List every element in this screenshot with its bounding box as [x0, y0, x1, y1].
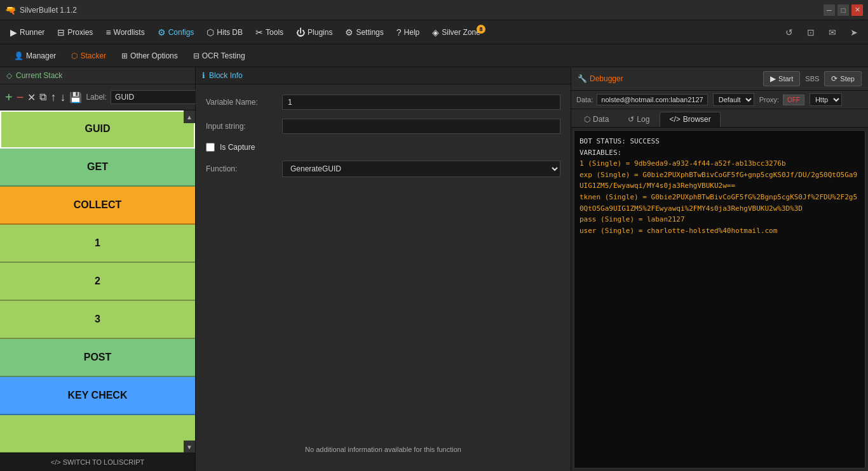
silverzone-icon: ◈: [432, 27, 439, 37]
proxy-toggle[interactable]: OFF: [783, 95, 804, 105]
submenu-otheroptions[interactable]: ⊞ Other Options: [115, 49, 184, 63]
block-item-keycheck[interactable]: KEY CHECK: [0, 377, 195, 415]
minimize-button[interactable]: ─: [824, 4, 835, 16]
menu-item-tools[interactable]: ✂ Tools: [250, 25, 288, 40]
stack-header: ◇ Current Stack: [0, 67, 195, 84]
block-item-collect[interactable]: COLLECT: [0, 187, 195, 225]
input-string-input[interactable]: [282, 119, 560, 134]
submenu-label-otheroptions: Other Options: [130, 51, 178, 60]
menu-label-wordlists: Wordlists: [114, 28, 145, 37]
app-icon: 🔫: [5, 5, 16, 15]
debugger-controls: ▶ Start SBS ⟳ Step: [763, 71, 862, 86]
move-up-button[interactable]: ↑: [50, 88, 56, 106]
default-select[interactable]: Default: [713, 93, 754, 106]
submenu-manager[interactable]: 👤 Manager: [8, 49, 62, 63]
menu-item-configs[interactable]: ⚙ Configs: [153, 25, 200, 40]
output-area: BOT STATUS: SUCCESS VARIABLES: 1 (Single…: [574, 130, 865, 468]
runner-icon: ▶: [10, 27, 17, 37]
step-button[interactable]: ⟳ Step: [824, 71, 862, 86]
add-block-button[interactable]: +: [5, 88, 13, 106]
center-panel: ℹ Block Info Variable Name: Input string…: [196, 67, 571, 471]
menu-item-settings[interactable]: ⚙ Settings: [340, 25, 388, 40]
refresh-icon[interactable]: ↺: [780, 23, 798, 41]
block-info-title: Block Info: [209, 71, 243, 80]
move-down-button[interactable]: ↓: [60, 88, 65, 106]
block-item-extra[interactable]: [0, 415, 195, 453]
tab-log-icon: ↺: [628, 115, 634, 124]
ocrtesting-icon: ⊟: [193, 51, 200, 60]
menu-label-tools: Tools: [266, 28, 283, 37]
output-line-3: 1 (Single) = 9db9eda9-a932-4f44-a52f-ab1…: [580, 158, 860, 169]
step-label: Step: [840, 75, 855, 83]
tab-log[interactable]: ↺ Log: [619, 112, 658, 127]
settings-icon: ⚙: [345, 27, 353, 37]
variable-name-input[interactable]: [282, 95, 560, 110]
menu-item-help[interactable]: ? Help: [391, 25, 424, 40]
left-panel: ◇ Current Stack + − ✕ ⧉ ↑ ↓ 💾 Label: ▲ G…: [0, 67, 196, 471]
menu-item-proxies[interactable]: ⊟ Proxies: [52, 25, 98, 40]
wordlists-icon: ≡: [105, 27, 111, 37]
stack-header-title: Current Stack: [16, 71, 62, 80]
menu-item-plugins[interactable]: ⏻ Plugins: [291, 25, 337, 40]
http-select[interactable]: Http: [810, 93, 842, 106]
menu-item-runner[interactable]: ▶ Runner: [5, 25, 50, 40]
scroll-up-arrow[interactable]: ▲: [184, 110, 195, 123]
configs-icon: ⚙: [158, 27, 166, 37]
menu-item-silverzone[interactable]: ◈ Silver Zone 8: [427, 25, 485, 40]
function-select[interactable]: GenerateGUID: [282, 161, 560, 177]
block-info-icon: ℹ: [202, 71, 205, 80]
block-item-3[interactable]: 3: [0, 301, 195, 339]
message-icon[interactable]: ✉: [824, 23, 841, 41]
copy-block-button[interactable]: ⧉: [39, 88, 46, 106]
scroll-down-arrow[interactable]: ▼: [184, 441, 195, 453]
restore-button[interactable]: □: [837, 4, 849, 16]
center-content: Variable Name: Input string: Is Capture …: [196, 84, 571, 471]
block-item-guid[interactable]: GUID: [0, 110, 195, 149]
block-item-post[interactable]: POST: [0, 339, 195, 377]
data-section: Data: nolsted@hotmail.com:laban2127: [576, 94, 708, 105]
block-list: ▲ GUID GET COLLECT 1 2 3: [0, 110, 195, 453]
scan-icon[interactable]: ⊡: [802, 23, 820, 41]
submenu-label-stacker: Stacker: [80, 51, 106, 60]
start-button[interactable]: ▶ Start: [763, 71, 800, 86]
submenu-stacker[interactable]: ⬡ Stacker: [65, 49, 112, 63]
is-capture-checkbox[interactable]: [206, 143, 215, 152]
input-string-row: Input string:: [206, 119, 560, 134]
close-block-button[interactable]: ✕: [27, 88, 36, 106]
output-line-5: tknen (Single) = G0bie2PUXphBTwBivCoGF5f…: [580, 192, 860, 214]
menu-label-help: Help: [404, 28, 420, 37]
tab-log-label: Log: [637, 115, 649, 124]
tools-icon: ✂: [255, 27, 263, 37]
tab-browser-icon: </>: [669, 115, 680, 124]
title-bar-left: 🔫 SilverBullet 1.1.2: [5, 5, 77, 15]
title-bar-controls: ─ □ ✕: [824, 4, 863, 16]
function-label: Function:: [206, 164, 276, 173]
variable-name-label: Variable Name:: [206, 98, 276, 107]
submenu-label-ocrtesting: OCR Testing: [202, 51, 245, 60]
block-label-2: 2: [95, 275, 100, 287]
plugins-icon: ⏻: [296, 27, 305, 37]
debugger-tabs: ⬡ Data ↺ Log </> Browser: [571, 109, 868, 128]
share-icon[interactable]: ➤: [845, 23, 863, 41]
save-button[interactable]: 💾: [69, 88, 82, 106]
menu-item-hitsdb[interactable]: ⬡ Hits DB: [201, 25, 248, 40]
switch-loliscript-button[interactable]: </> SWITCH TO LOLISCRIPT: [0, 453, 195, 471]
remove-block-button[interactable]: −: [17, 88, 24, 106]
data-label: Data:: [576, 96, 593, 103]
tab-data-label: Data: [593, 115, 609, 124]
block-item-1[interactable]: 1: [0, 225, 195, 263]
data-value: nolsted@hotmail.com:laban2127: [597, 94, 707, 105]
main-area: ◇ Current Stack + − ✕ ⧉ ↑ ↓ 💾 Label: ▲ G…: [0, 67, 868, 471]
tab-data[interactable]: ⬡ Data: [575, 112, 618, 127]
block-item-get[interactable]: GET: [0, 149, 195, 187]
block-item-2[interactable]: 2: [0, 263, 195, 301]
output-line-7: user (Single) = charlotte-holsted%40hotm…: [580, 225, 860, 237]
output-line-2: VARIABLES:: [580, 147, 860, 159]
submenu-ocrtesting[interactable]: ⊟ OCR Testing: [187, 49, 252, 63]
menu-item-wordlists[interactable]: ≡ Wordlists: [100, 25, 149, 40]
start-label: Start: [778, 75, 793, 83]
tab-browser[interactable]: </> Browser: [660, 112, 720, 127]
menu-label-proxies: Proxies: [67, 28, 93, 37]
close-button[interactable]: ✕: [851, 4, 863, 16]
submenu-label-manager: Manager: [26, 51, 56, 60]
